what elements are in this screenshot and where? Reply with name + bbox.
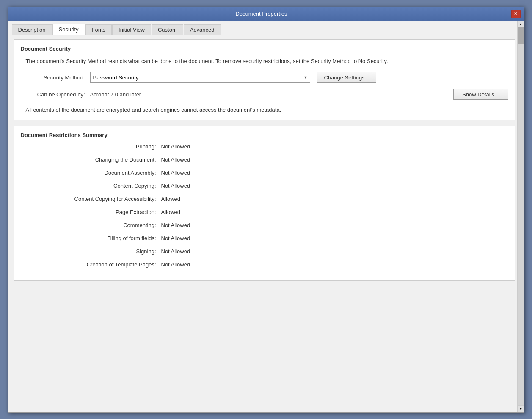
security-method-wrapper: Password Security (90, 72, 310, 83)
restriction-label-page-extraction: Page Extraction: (21, 209, 156, 215)
opened-by-row: Can be Opened by: Acrobat 7.0 and later … (26, 89, 508, 100)
security-method-row: Security Method: Password Security Chang… (26, 72, 508, 83)
tab-custom[interactable]: Custom (152, 24, 183, 35)
restriction-value-form-fields: Not Allowed (161, 235, 190, 241)
scroll-thumb[interactable] (518, 27, 524, 44)
content-area: Document Security The document's Securit… (8, 35, 524, 412)
security-method-label: Security Method: (26, 74, 85, 81)
restriction-row-commenting: Commenting: Not Allowed (21, 222, 508, 228)
encryption-note: All contents of the document are encrypt… (26, 106, 503, 114)
scroll-up-button[interactable]: ▲ (518, 21, 524, 27)
security-method-select[interactable]: Password Security (90, 72, 310, 83)
restriction-label-assembly: Document Assembly: (21, 170, 156, 176)
security-description: The document's Security Method restricts… (26, 57, 503, 66)
dialog-window: Document Properties ✕ Description Securi… (8, 7, 524, 413)
restriction-row-changing: Changing the Document: Not Allowed (21, 156, 508, 163)
opened-by-value: Acrobat 7.0 and later (90, 91, 141, 98)
restriction-value-page-extraction: Allowed (161, 209, 181, 215)
restrictions-title: Document Restrictions Summary (21, 132, 508, 138)
restrictions-list: Printing: Not Allowed Changing the Docum… (21, 143, 508, 268)
restriction-label-printing: Printing: (21, 143, 156, 150)
document-restrictions-section: Document Restrictions Summary Printing: … (14, 126, 515, 281)
tab-fonts[interactable]: Fonts (85, 24, 112, 35)
document-security-section: Document Security The document's Securit… (14, 39, 515, 120)
restriction-value-commenting: Not Allowed (161, 222, 190, 228)
restriction-row-assembly: Document Assembly: Not Allowed (21, 170, 508, 176)
close-button[interactable]: ✕ (511, 10, 521, 18)
restriction-value-content-copying: Not Allowed (161, 183, 190, 189)
restriction-row-printing: Printing: Not Allowed (21, 143, 508, 150)
scroll-track (518, 27, 524, 405)
tab-security[interactable]: Security (52, 24, 85, 35)
tab-advanced[interactable]: Advanced (184, 24, 221, 35)
scroll-down-button[interactable]: ▼ (518, 405, 524, 412)
opened-by-label: Can be Opened by: (26, 91, 85, 98)
restriction-value-assembly: Not Allowed (161, 170, 190, 176)
tab-initial-view[interactable]: Initial View (112, 24, 151, 35)
restriction-label-template-pages: Creation of Template Pages: (21, 261, 156, 268)
restriction-label-form-fields: Filling of form fields: (21, 235, 156, 241)
restriction-value-printing: Not Allowed (161, 143, 190, 150)
restriction-value-accessibility: Allowed (161, 196, 181, 202)
restriction-row-page-extraction: Page Extraction: Allowed (21, 209, 508, 215)
document-security-title: Document Security (21, 46, 508, 52)
restriction-row-signing: Signing: Not Allowed (21, 248, 508, 255)
change-settings-button[interactable]: Change Settings... (317, 72, 377, 83)
restriction-value-template-pages: Not Allowed (161, 261, 190, 268)
scrollbar: ▲ ▼ (517, 21, 524, 412)
title-bar: Document Properties ✕ (8, 7, 524, 21)
restriction-row-accessibility: Content Copying for Accessibility: Allow… (21, 196, 508, 202)
restriction-label-content-copying: Content Copying: (21, 183, 156, 189)
tab-description[interactable]: Description (12, 24, 52, 35)
restriction-row-form-fields: Filling of form fields: Not Allowed (21, 235, 508, 241)
restriction-label-commenting: Commenting: (21, 222, 156, 228)
restriction-label-signing: Signing: (21, 248, 156, 255)
tab-bar: Description Security Fonts Initial View … (8, 21, 524, 35)
restriction-row-template-pages: Creation of Template Pages: Not Allowed (21, 261, 508, 268)
window-title: Document Properties (12, 11, 511, 17)
restriction-value-changing: Not Allowed (161, 156, 190, 163)
restriction-value-signing: Not Allowed (161, 248, 190, 255)
show-details-button[interactable]: Show Details... (453, 89, 508, 100)
restriction-label-accessibility: Content Copying for Accessibility: (21, 196, 156, 202)
restriction-label-changing: Changing the Document: (21, 156, 156, 163)
restriction-row-content-copying: Content Copying: Not Allowed (21, 183, 508, 189)
